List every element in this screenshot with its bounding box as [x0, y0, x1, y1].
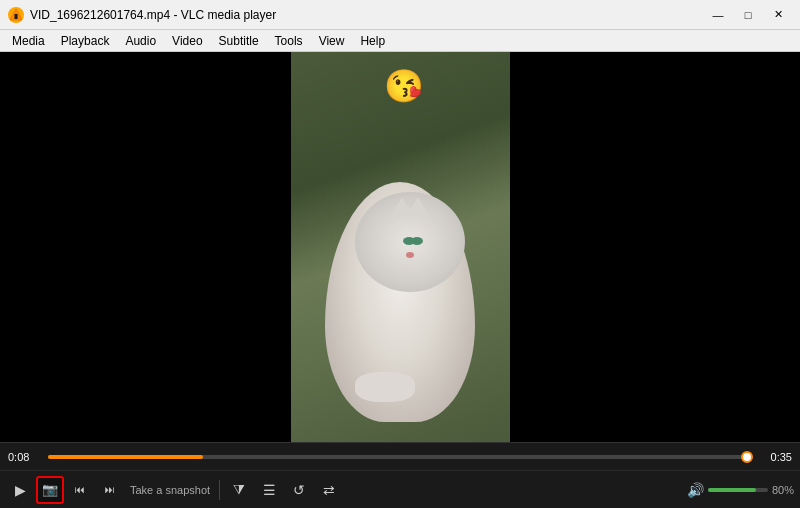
black-letterbox-left: [0, 52, 291, 442]
video-content: 😘: [291, 52, 510, 442]
window-controls: — □ ✕: [704, 5, 792, 25]
menu-subtitle[interactable]: Subtitle: [211, 30, 267, 51]
menu-media[interactable]: Media: [4, 30, 53, 51]
emoji-overlay: 😘: [384, 70, 424, 102]
progress-knob: [741, 451, 753, 463]
cat-paw: [355, 372, 415, 402]
cat-nose: [406, 252, 414, 258]
menu-audio[interactable]: Audio: [117, 30, 164, 51]
menu-tools[interactable]: Tools: [267, 30, 311, 51]
svg-rect-1: [15, 14, 18, 19]
volume-label: 80%: [772, 484, 794, 496]
title-bar: VID_1696212601764.mp4 - VLC media player…: [0, 0, 800, 30]
close-button[interactable]: ✕: [764, 5, 792, 25]
menu-view[interactable]: View: [311, 30, 353, 51]
time-current: 0:08: [8, 451, 40, 463]
volume-area: 🔊 80%: [687, 482, 794, 498]
camera-icon: 📷: [42, 482, 58, 497]
frame-prev-icon: ⏮: [75, 484, 85, 495]
random-button[interactable]: ⇄: [315, 476, 343, 504]
cat-body: [315, 142, 485, 422]
main-video-area: 😘: [0, 52, 800, 442]
separator-1: [219, 480, 220, 500]
window-title: VID_1696212601764.mp4 - VLC media player: [30, 8, 276, 22]
progress-track[interactable]: [48, 455, 752, 459]
random-icon: ⇄: [323, 482, 335, 498]
snapshot-button[interactable]: 📷: [36, 476, 64, 504]
cat-eye-right: [411, 237, 423, 245]
menu-video[interactable]: Video: [164, 30, 210, 51]
loop-icon: ↺: [293, 482, 305, 498]
frame-prev-button[interactable]: ⏮: [66, 476, 94, 504]
menu-bar: Media Playback Audio Video Subtitle Tool…: [0, 30, 800, 52]
frame-next-icon: ⏭: [105, 484, 115, 495]
minimize-button[interactable]: —: [704, 5, 732, 25]
timeline-area: 0:08 0:35: [0, 442, 800, 470]
menu-help[interactable]: Help: [352, 30, 393, 51]
extended-settings-button[interactable]: ☰: [255, 476, 283, 504]
equalizer-button[interactable]: ⧩: [225, 476, 253, 504]
time-total: 0:35: [760, 451, 792, 463]
equalizer-icon: ⧩: [233, 481, 245, 498]
cat-ear-right: [406, 197, 430, 217]
volume-track[interactable]: [708, 488, 768, 492]
play-button[interactable]: ▶: [6, 476, 34, 504]
cat-head: [355, 192, 465, 292]
maximize-button[interactable]: □: [734, 5, 762, 25]
play-icon: ▶: [15, 482, 26, 498]
black-letterbox-right: [510, 52, 801, 442]
volume-fill: [708, 488, 756, 492]
title-bar-left: VID_1696212601764.mp4 - VLC media player: [8, 7, 276, 23]
frame-next-button[interactable]: ⏭: [96, 476, 124, 504]
snapshot-label: Take a snapshot: [126, 484, 214, 496]
cat-fur: [325, 182, 475, 422]
extended-settings-icon: ☰: [263, 482, 276, 498]
video-display[interactable]: 😘: [291, 52, 510, 442]
controls-area: ▶ 📷 ⏮ ⏭ Take a snapshot ⧩ ☰ ↺ ⇄ 🔊 80%: [0, 470, 800, 508]
loop-button[interactable]: ↺: [285, 476, 313, 504]
progress-fill: [48, 455, 203, 459]
vlc-icon: [8, 7, 24, 23]
menu-playback[interactable]: Playback: [53, 30, 118, 51]
volume-icon: 🔊: [687, 482, 704, 498]
